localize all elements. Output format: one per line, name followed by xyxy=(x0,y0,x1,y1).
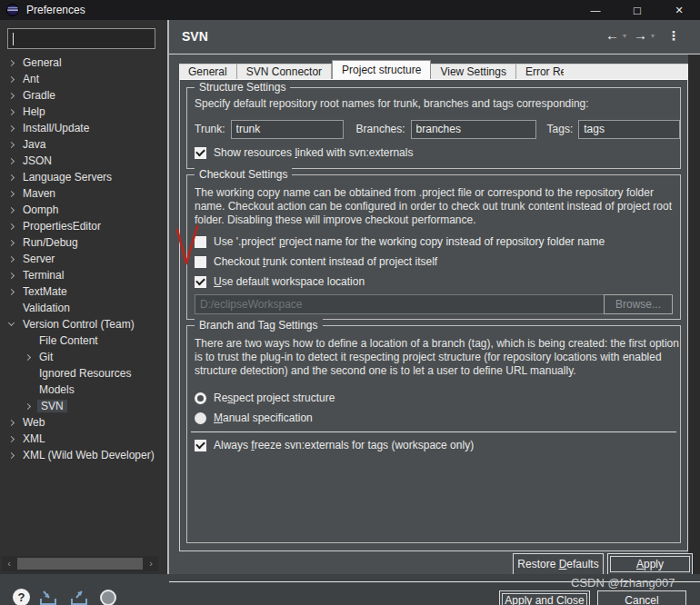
tree-item-label: TextMate xyxy=(23,285,67,298)
cancel-button[interactable]: Cancel xyxy=(597,590,686,605)
expand-chevron-icon[interactable] xyxy=(8,223,15,229)
tree-item[interactable]: Run/Debug xyxy=(0,234,167,251)
tree-item[interactable]: Version Control (Team) xyxy=(0,316,167,332)
view-menu-icon[interactable]: ⋮ xyxy=(667,28,680,43)
expand-chevron-icon[interactable] xyxy=(8,451,15,458)
back-dropdown-icon[interactable]: ▾ xyxy=(623,32,626,40)
import-icon[interactable] xyxy=(38,590,60,605)
sidebar-divider[interactable] xyxy=(167,20,169,574)
tree-item[interactable]: File Content xyxy=(0,332,167,349)
show-externals-checkbox[interactable] xyxy=(195,147,206,159)
tab[interactable]: SVN Connector xyxy=(237,64,332,79)
tree-item[interactable]: Server xyxy=(0,251,167,267)
tree-item-label: Git xyxy=(39,351,53,363)
expand-chevron-icon[interactable] xyxy=(8,124,15,131)
back-icon[interactable]: ← xyxy=(605,27,619,43)
expand-chevron-icon[interactable] xyxy=(8,157,15,164)
tree-item[interactable]: Maven xyxy=(0,185,167,202)
tab[interactable]: Project structure xyxy=(332,60,431,79)
respect-structure-radio[interactable] xyxy=(195,392,206,404)
apply-and-close-button[interactable]: Apply and Close xyxy=(499,590,590,605)
use-default-workspace-row[interactable]: Use default workspace location xyxy=(195,275,365,288)
tree-item[interactable]: Ignored Resources xyxy=(0,365,167,382)
apply-button[interactable]: Apply xyxy=(607,553,693,575)
expand-chevron-icon[interactable] xyxy=(8,190,15,196)
tree-item[interactable]: TextMate xyxy=(0,283,167,300)
help-icon[interactable]: ? xyxy=(13,589,30,605)
expand-chevron-icon[interactable] xyxy=(8,288,15,294)
minimize-button[interactable]: — xyxy=(575,0,616,20)
expand-chevron-icon[interactable] xyxy=(8,255,15,262)
expand-chevron-icon[interactable] xyxy=(8,239,15,245)
tree-item[interactable]: Java xyxy=(0,136,167,153)
show-externals-row[interactable]: Show resources linked with svn:externals xyxy=(195,146,413,159)
trunk-input[interactable] xyxy=(231,120,344,139)
watermark-text: CSDN @fzhang007 xyxy=(571,576,675,590)
tree-item-label: Oomph xyxy=(23,203,58,216)
maximize-icon: □ xyxy=(634,4,641,17)
tree-item[interactable]: XML xyxy=(0,431,167,447)
tree-item[interactable]: Terminal xyxy=(0,267,167,283)
tree-item-label: Ant xyxy=(23,73,39,85)
tree-item[interactable]: JSON xyxy=(0,153,167,169)
expand-chevron-icon[interactable] xyxy=(8,59,15,65)
tree-item[interactable]: Models xyxy=(0,382,167,398)
expand-chevron-icon[interactable] xyxy=(8,92,15,98)
branches-input[interactable] xyxy=(411,120,536,139)
tree-item[interactable]: Install/Update xyxy=(0,120,167,136)
tree-item-label: Version Control (Team) xyxy=(23,318,135,331)
use-project-label: Use '.project' project name for the work… xyxy=(214,235,605,248)
text-caret xyxy=(13,33,14,45)
tree-item[interactable]: PropertiesEditor xyxy=(0,218,167,234)
group-legend: Structure Settings xyxy=(195,81,290,94)
filter-input[interactable] xyxy=(7,28,155,49)
expand-chevron-icon[interactable] xyxy=(25,353,31,360)
expand-chevron-icon[interactable] xyxy=(8,108,15,114)
expand-chevron-icon[interactable] xyxy=(8,206,15,213)
use-default-workspace-checkbox[interactable] xyxy=(195,276,206,288)
restore-defaults-button[interactable]: Restore Defaults xyxy=(513,553,604,575)
checkout-trunk-row[interactable]: Checkout trunk content instead of projec… xyxy=(195,255,437,268)
close-button[interactable]: ✕ xyxy=(658,0,700,20)
export-icon[interactable] xyxy=(69,590,91,605)
tree-item[interactable]: Ant xyxy=(0,71,167,87)
tree-item[interactable]: General xyxy=(0,55,167,71)
use-project-row[interactable]: Use '.project' project name for the work… xyxy=(195,235,605,248)
preference-recorder-icon[interactable] xyxy=(100,590,116,605)
tree-item[interactable]: Web xyxy=(0,414,167,431)
tree-item[interactable]: Language Servers xyxy=(0,169,167,185)
expand-chevron-icon[interactable] xyxy=(8,419,15,425)
expand-chevron-icon[interactable] xyxy=(8,174,15,180)
expand-chevron-icon[interactable] xyxy=(25,402,31,409)
tree-item[interactable]: Gradle xyxy=(0,87,167,104)
maximize-button[interactable]: □ xyxy=(616,0,658,20)
expand-chevron-icon[interactable] xyxy=(8,75,15,82)
tree-item[interactable]: Git xyxy=(0,349,167,365)
tags-input[interactable] xyxy=(578,120,680,139)
expand-chevron-icon[interactable] xyxy=(8,435,15,441)
respect-structure-row[interactable]: Respect project structure xyxy=(195,392,335,404)
tab[interactable]: View Settings xyxy=(431,64,516,79)
always-freeze-checkbox[interactable] xyxy=(195,440,206,451)
tree-item[interactable]: XML (Wild Web Developer) xyxy=(0,447,167,463)
group-separator xyxy=(191,431,676,432)
expand-chevron-icon[interactable] xyxy=(8,320,15,326)
manual-specification-radio[interactable] xyxy=(195,412,206,424)
scroll-right-icon[interactable]: › xyxy=(144,556,158,571)
tree-item[interactable]: SVN xyxy=(0,398,167,414)
forward-dropdown-icon[interactable]: ▾ xyxy=(651,32,655,40)
manual-specification-row[interactable]: Manual specification xyxy=(195,412,313,424)
tree-item[interactable]: Help xyxy=(0,104,167,120)
expand-chevron-icon[interactable] xyxy=(8,272,15,278)
scroll-left-icon[interactable]: ‹ xyxy=(2,556,16,571)
tree-horizontal-scrollbar[interactable]: ‹ › xyxy=(2,556,158,571)
tree-item[interactable]: Validation xyxy=(0,300,167,316)
expand-chevron-icon[interactable] xyxy=(8,141,15,147)
respect-structure-label: Respect project structure xyxy=(214,392,335,404)
always-freeze-row[interactable]: Always freeze svn:externals for tags (wo… xyxy=(195,439,474,451)
tree-item[interactable]: Oomph xyxy=(0,202,167,218)
branch-tag-settings-group: Branch and Tag Settings There are two wa… xyxy=(186,325,681,543)
forward-icon[interactable]: → xyxy=(634,27,647,43)
scrollbar-thumb[interactable] xyxy=(17,558,143,570)
tab[interactable]: General xyxy=(179,64,237,79)
